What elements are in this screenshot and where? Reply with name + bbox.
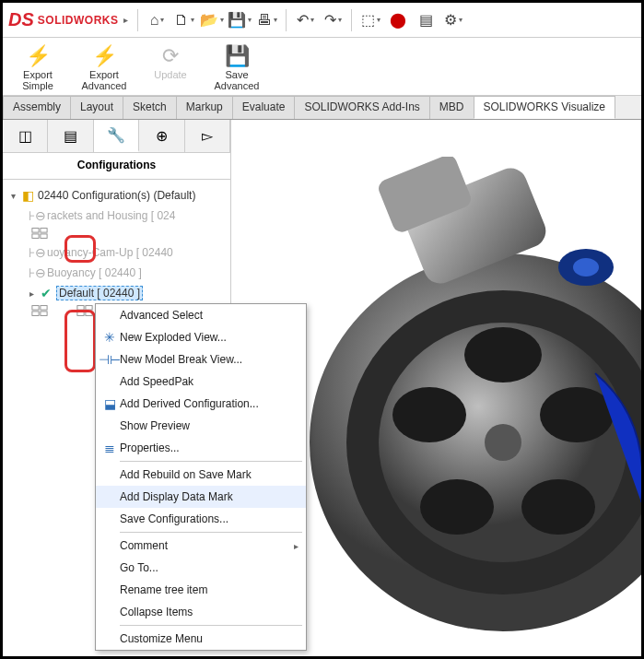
- tree-item-label: Default [ 02440 ]: [56, 286, 143, 300]
- settings-button[interactable]: ⚙▾: [440, 7, 466, 33]
- menu-label: Save Configurations...: [120, 512, 228, 525]
- svg-point-21: [540, 387, 614, 442]
- svg-rect-1: [41, 229, 47, 233]
- app-window: DS SOLIDWORKS ▸ ⌂▾ 🗋▾ 📂▾ 💾▾ 🖶▾ ↶▾ ↷▾ ⬚▾ …: [0, 0, 644, 659]
- new-button[interactable]: 🗋▾: [171, 7, 197, 33]
- svg-rect-0: [32, 229, 39, 233]
- ctx-show-preview[interactable]: Show Preview: [96, 415, 306, 437]
- tree-item-label: rackets and Housing [ 024: [47, 209, 175, 222]
- ctx-add-derived-config[interactable]: ⬓Add Derived Configuration...: [96, 393, 306, 415]
- save-icon: 💾: [223, 43, 251, 69]
- tab-assembly[interactable]: Assembly: [3, 96, 71, 119]
- save-advanced-button[interactable]: 💾 Save Advanced: [211, 43, 263, 91]
- menu-label: Add Derived Configuration...: [120, 397, 259, 410]
- open-button[interactable]: 📂▾: [199, 7, 225, 33]
- tree-item[interactable]: ⊦⊖ rackets and Housing [ 024: [6, 206, 230, 226]
- ctx-go-to[interactable]: Go To...: [96, 557, 306, 579]
- tab-sketch[interactable]: Sketch: [123, 96, 177, 119]
- ctx-add-display-data-mark[interactable]: Add Display Data Mark: [96, 486, 306, 508]
- context-menu: Advanced Select ✳New Exploded View... ⊣⊢…: [95, 303, 307, 651]
- ctx-rename-tree-item[interactable]: Rename tree item: [96, 579, 306, 601]
- ribbon-label: Save Advanced: [215, 69, 260, 91]
- svg-point-19: [464, 327, 542, 382]
- configuration-tree: ▾ ◧ 02440 Configuration(s) (Default) ⊦⊖ …: [3, 183, 230, 320]
- tree-root-label: 02440 Configuration(s) (Default): [38, 189, 195, 202]
- ctx-save-configurations[interactable]: Save Configurations...: [96, 508, 306, 530]
- tab-markup[interactable]: Markup: [176, 96, 233, 119]
- svg-rect-6: [32, 312, 39, 316]
- collapse-icon[interactable]: ▾: [6, 191, 19, 201]
- toolbar-separator: [286, 9, 287, 31]
- ctx-collapse-items[interactable]: Collapse Items: [96, 601, 306, 623]
- display-data-mark-icon: [30, 226, 49, 241]
- mini-tab-feature-icon[interactable]: ◫: [3, 120, 48, 152]
- svg-point-22: [420, 479, 494, 535]
- select-button[interactable]: ⬚▾: [357, 7, 383, 33]
- mini-tab-display-icon[interactable]: ⊕: [139, 120, 184, 152]
- display-data-mark-icon: [30, 303, 49, 318]
- derived-config-icon: ⬓: [100, 396, 120, 411]
- redo-button[interactable]: ↷▾: [320, 7, 345, 33]
- ctx-customize-menu[interactable]: Customize Menu: [96, 628, 306, 650]
- menu-label: Go To...: [120, 561, 158, 574]
- menu-label: Add Display Data Mark: [120, 490, 233, 503]
- ctx-add-rebuild-mark[interactable]: Add Rebuild on Save Mark: [96, 464, 306, 486]
- mini-tab-property-icon[interactable]: ▤: [48, 120, 93, 152]
- refresh-icon: ⟳: [157, 43, 184, 69]
- ctx-comment[interactable]: Comment▸: [96, 535, 306, 557]
- menu-label: Comment: [120, 539, 168, 552]
- rebuild-button[interactable]: ⬤: [385, 7, 411, 33]
- ribbon-label: Export Simple: [22, 69, 53, 91]
- ribbon: ⚡ Export Simple ⚡ Export Advanced ⟳ Upda…: [3, 38, 641, 96]
- tree-root[interactable]: ▾ ◧ 02440 Configuration(s) (Default): [6, 185, 230, 206]
- top-toolbar: DS SOLIDWORKS ▸ ⌂▾ 🗋▾ 📂▾ 💾▾ 🖶▾ ↶▾ ↷▾ ⬚▾ …: [3, 3, 641, 38]
- logo-dropdown-icon[interactable]: ▸: [123, 15, 128, 25]
- home-button[interactable]: ⌂▾: [144, 7, 170, 33]
- chevron-right-icon: ▸: [294, 541, 299, 551]
- properties-icon: ≣: [100, 441, 120, 455]
- tree-item[interactable]: ⊦⊖ uoyancy-Cam-Up [ 02440: [6, 242, 230, 263]
- flag-icon: ✔: [38, 285, 54, 301]
- mini-tab-config-icon[interactable]: 🔧: [94, 120, 139, 152]
- break-view-icon: ⊣⊢: [100, 352, 120, 367]
- svg-rect-3: [41, 234, 47, 239]
- print-button[interactable]: 🖶▾: [254, 7, 280, 33]
- tab-evaluate[interactable]: Evaluate: [232, 96, 296, 119]
- svg-point-28: [573, 258, 599, 277]
- menu-label: Add Rebuild on Save Mark: [120, 468, 252, 481]
- panel-title: Configurations: [3, 153, 230, 177]
- mini-tab-more-icon[interactable]: ▻: [185, 120, 230, 152]
- config-icon: ⊦⊖: [29, 207, 45, 224]
- ctx-new-exploded-view[interactable]: ✳New Exploded View...: [96, 326, 306, 348]
- divider: [3, 179, 230, 180]
- tab-mbd[interactable]: MBD: [429, 96, 474, 119]
- menu-label: New Model Break View...: [120, 353, 242, 366]
- undo-button[interactable]: ↶▾: [292, 7, 318, 33]
- tab-layout[interactable]: Layout: [70, 96, 123, 119]
- export-simple-button[interactable]: ⚡ Export Simple: [12, 43, 64, 91]
- menu-label: Rename tree item: [120, 583, 207, 596]
- tree-item-selected[interactable]: ▸ ✔ Default [ 02440 ]: [6, 283, 230, 303]
- svg-rect-2: [32, 234, 39, 239]
- ctx-new-model-break-view[interactable]: ⊣⊢New Model Break View...: [96, 348, 306, 371]
- ctx-add-speedpak[interactable]: Add SpeedPak: [96, 371, 306, 393]
- svg-rect-4: [32, 306, 39, 311]
- export-advanced-button[interactable]: ⚡ Export Advanced: [78, 43, 130, 91]
- svg-rect-7: [41, 312, 47, 316]
- config-icon: ⊦⊖: [29, 265, 45, 281]
- ctx-advanced-select[interactable]: Advanced Select: [96, 304, 306, 326]
- save-button[interactable]: 💾▾: [227, 7, 252, 33]
- options-button[interactable]: ▤: [413, 7, 439, 33]
- update-button: ⟳ Update: [145, 43, 196, 91]
- bolt-icon: ⚡: [90, 43, 118, 69]
- svg-rect-10: [77, 312, 84, 316]
- tab-addins[interactable]: SOLIDWORKS Add-Ins: [294, 96, 429, 119]
- expand-icon[interactable]: ▸: [25, 288, 38, 299]
- command-tab-strip: Assembly Layout Sketch Markup Evaluate S…: [3, 96, 641, 120]
- tree-item[interactable]: ⊦⊖ Buoyancy [ 02440 ]: [6, 263, 230, 283]
- ctx-properties[interactable]: ≣Properties...: [96, 437, 306, 459]
- tab-visualize[interactable]: SOLIDWORKS Visualize: [474, 96, 616, 119]
- display-data-mark-icon: [76, 303, 94, 318]
- ribbon-label: Update: [154, 69, 186, 80]
- logo-text: SOLIDWORKS: [38, 14, 119, 27]
